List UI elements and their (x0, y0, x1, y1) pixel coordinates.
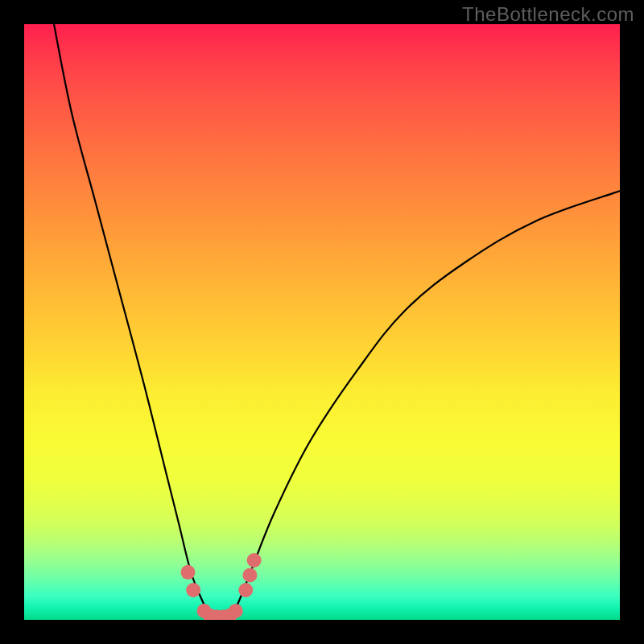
plot-area (24, 24, 620, 620)
highlight-marker (238, 583, 253, 597)
chart-overlay (24, 24, 620, 620)
highlight-marker (229, 604, 243, 618)
highlight-marker (181, 565, 196, 580)
chart-frame: TheBottleneck.com (0, 0, 644, 644)
highlight-marker (242, 568, 257, 583)
highlight-markers (181, 553, 262, 620)
bottleneck-curve-path (54, 24, 620, 620)
watermark-text: TheBottleneck.com (462, 3, 634, 26)
highlight-marker (186, 583, 200, 597)
highlight-marker (247, 553, 262, 568)
